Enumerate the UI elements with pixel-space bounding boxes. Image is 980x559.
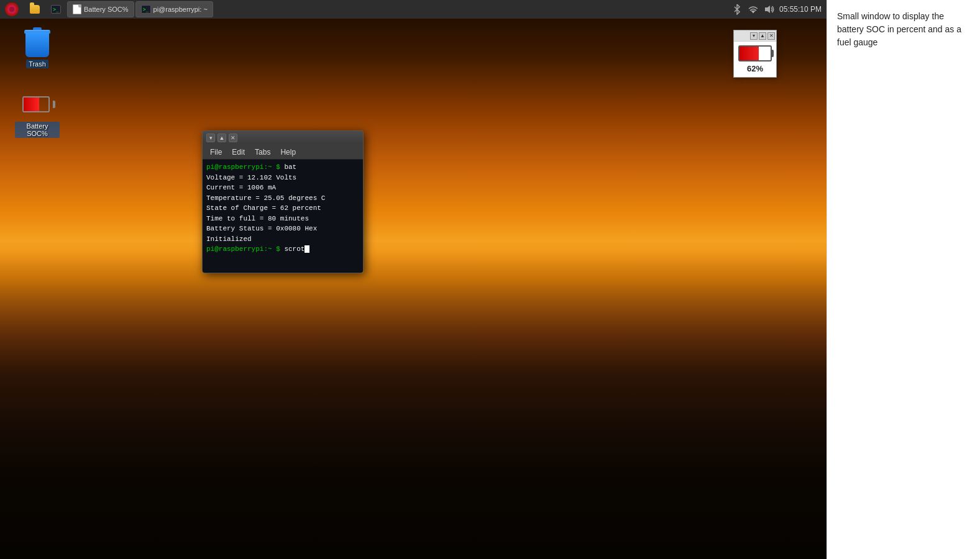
terminal-cmd-1: bat [284,163,296,171]
desktop-icon-trash[interactable]: Trash [12,25,62,71]
battery-window-content: 62% [734,42,776,77]
terminal-output-temp: Temperature = 25.05 degrees C [206,193,359,204]
terminal-line-last: pi@raspberrypi:~ $ scrot [206,244,359,255]
terminal-window: ▾ ▲ ✕ File Edit Tabs Help pi@raspberrypi… [202,130,364,273]
desktop: >_ Battery SOC% >_ pi@raspberrypi: ~ [0,0,827,559]
raspi-menu-button[interactable] [0,1,24,18]
terminal-taskbar-icon: >_ [141,5,151,14]
battery-window-minimize[interactable]: ▾ [750,32,758,40]
terminal-line-1: pi@raspberrypi:~ $ bat [206,162,359,173]
terminal-output-current: Current = 1006 mA [206,183,359,193]
battery-window-maximize[interactable]: ▲ [759,32,766,40]
right-panel-text: Small window to display the battery SOC … [837,11,961,47]
terminal-minimize-button[interactable]: ▾ [206,134,215,142]
terminal-menu-tabs[interactable]: Tabs [250,147,275,158]
taskbar-terminal-app[interactable]: >_ pi@raspberrypi: ~ [135,1,213,17]
taskbar-term-button[interactable]: >_ [46,1,66,18]
terminal-output-voltage: Voltage = 12.102 Volts [206,173,359,183]
raspi-logo-icon [5,2,19,16]
terminal-output-status: Battery Status = 0x0080 Hex [206,224,359,234]
battery-window-close[interactable]: ✕ [767,32,775,40]
terminal-icon: >_ [51,5,61,14]
taskbar-folder-button[interactable] [25,1,45,18]
taskbar-terminal-label: pi@raspberrypi: ~ [153,6,208,13]
right-panel: Small window to display the battery SOC … [827,0,980,559]
network-icon[interactable] [747,3,759,16]
taskbar-battery-soc-app[interactable]: Battery SOC% [67,1,134,17]
terminal-maximize-button[interactable]: ▲ [218,134,226,142]
svg-point-1 [9,7,14,12]
terminal-prompt-1: pi@raspberrypi:~ $ [206,163,284,171]
battery-window-titlebar[interactable]: ▾ ▲ ✕ [734,30,776,42]
battery-soc-icon-label: Battery SOC% [15,122,60,138]
terminal-menubar: File Edit Tabs Help [203,145,363,160]
trash-icon-label: Trash [26,60,48,68]
terminal-prompt-2: pi@raspberrypi:~ $ [206,245,284,253]
taskbar-right: 05:55:10 PM [731,3,827,16]
battery-soc-window: ▾ ▲ ✕ 62% [733,30,777,78]
volume-icon[interactable] [763,3,776,16]
terminal-close-button[interactable]: ✕ [229,134,237,142]
svg-marker-2 [765,6,770,13]
taskbar: >_ Battery SOC% >_ pi@raspberrypi: ~ [0,0,827,19]
terminal-output-timetofull: Time to full = 80 minutes [206,214,359,224]
battery-fill [740,47,759,60]
terminal-output-soc: State of Charge = 62 percent [206,203,359,214]
battery-tip [771,50,774,57]
terminal-menu-help[interactable]: Help [275,147,301,158]
bluetooth-icon[interactable] [731,3,743,16]
battery-percent-label: 62% [747,64,763,73]
system-clock: 05:55:10 PM [779,5,822,14]
trash-icon-image [22,27,52,57]
terminal-output-initialized: Initialized [206,234,359,245]
battery-gauge [738,45,772,61]
terminal-menu-edit[interactable]: Edit [227,147,250,158]
folder-icon [30,5,40,14]
terminal-content[interactable]: pi@raspberrypi:~ $ bat Voltage = 12.102 … [203,160,363,273]
terminal-cmd-scrot: scrot [284,245,305,253]
terminal-menu-file[interactable]: File [205,147,227,158]
terminal-cursor [305,245,309,253]
battery-soc-icon-image [22,89,52,119]
taskbar-battery-soc-label: Battery SOC% [84,6,129,13]
desktop-icon-battery-soc[interactable]: Battery SOC% [12,87,62,140]
taskbar-left: >_ Battery SOC% >_ pi@raspberrypi: ~ [0,1,731,18]
terminal-titlebar[interactable]: ▾ ▲ ✕ [203,131,363,145]
file-icon [73,4,81,14]
desktop-background [0,0,827,559]
